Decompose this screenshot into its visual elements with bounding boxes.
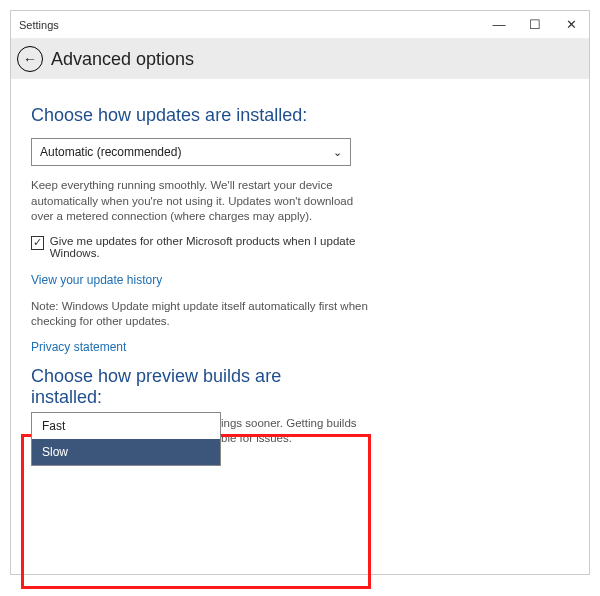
titlebar: Settings — ☐ ✕ [11, 11, 589, 39]
dropdown-option-fast[interactable]: Fast [32, 413, 220, 439]
preview-heading: Choose how preview builds are installed: [31, 366, 311, 408]
preview-builds-section: Choose how preview builds are installed:… [31, 366, 569, 408]
minimize-button[interactable]: — [481, 11, 517, 38]
close-button[interactable]: ✕ [553, 11, 589, 38]
updates-heading: Choose how updates are installed: [31, 105, 569, 126]
update-note: Note: Windows Update might update itself… [31, 299, 371, 330]
view-history-link[interactable]: View your update history [31, 273, 569, 287]
settings-window: Settings — ☐ ✕ ← Advanced options Choose… [10, 10, 590, 575]
page-title: Advanced options [51, 49, 194, 70]
maximize-button[interactable]: ☐ [517, 11, 553, 38]
chevron-down-icon: ⌄ [333, 146, 342, 159]
checkbox-checked-icon[interactable]: ✓ [31, 236, 44, 250]
update-mode-select[interactable]: Automatic (recommended) ⌄ [31, 138, 351, 166]
header-bar: ← Advanced options [11, 39, 589, 79]
privacy-statement-link[interactable]: Privacy statement [31, 340, 569, 354]
dropdown-option-slow[interactable]: Slow [32, 439, 220, 465]
other-products-checkbox-row[interactable]: ✓ Give me updates for other Microsoft pr… [31, 235, 371, 259]
back-arrow-icon: ← [23, 51, 37, 67]
update-mode-description: Keep everything running smoothly. We'll … [31, 178, 371, 225]
system-buttons: — ☐ ✕ [481, 11, 589, 38]
update-mode-value: Automatic (recommended) [40, 145, 181, 159]
back-button[interactable]: ← [17, 46, 43, 72]
content-area: Choose how updates are installed: Automa… [11, 79, 589, 408]
checkbox-label: Give me updates for other Microsoft prod… [50, 235, 371, 259]
window-title: Settings [19, 19, 481, 31]
preview-ring-dropdown[interactable]: Fast Slow [31, 412, 221, 466]
